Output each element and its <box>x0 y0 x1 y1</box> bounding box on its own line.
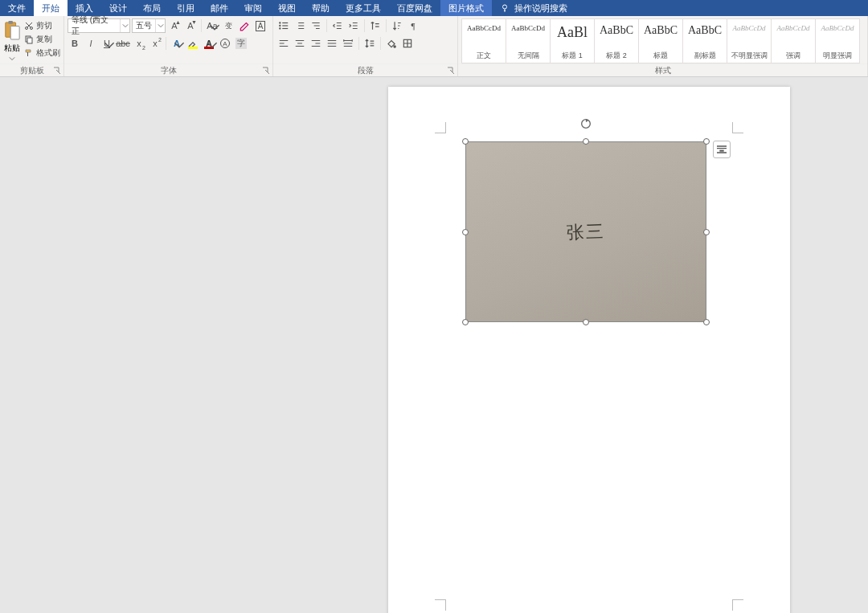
tab-baidu-netdisk[interactable]: 百度网盘 <box>389 0 440 16</box>
tab-picture-format[interactable]: 图片格式 <box>440 0 492 16</box>
style-item[interactable]: AaBl标题 1 <box>550 18 595 63</box>
number-list-icon <box>294 20 305 31</box>
align-center-icon <box>294 38 305 49</box>
shading-button[interactable] <box>384 36 399 51</box>
show-marks-button[interactable]: ¶ <box>406 18 420 33</box>
cut-button[interactable]: 剪切 <box>24 20 60 31</box>
phonetic-guide-button[interactable]: 变 <box>221 18 235 33</box>
resize-handle-tl[interactable] <box>462 138 469 145</box>
font-dialog-launcher[interactable] <box>262 67 270 75</box>
style-item[interactable]: AaBbCcDd正文 <box>461 18 506 63</box>
text-direction-icon <box>370 20 381 31</box>
tab-insert[interactable]: 插入 <box>68 0 101 16</box>
style-name: 强调 <box>786 51 800 61</box>
style-preview: AaBbCcDd <box>733 24 766 32</box>
style-name: 标题 <box>653 51 668 61</box>
inserted-image[interactable]: 张三 <box>465 141 706 322</box>
resize-handle-bm[interactable] <box>583 319 589 325</box>
bold-button[interactable]: B <box>68 36 82 51</box>
style-item[interactable]: AaBbCcDd不明显强调 <box>727 18 772 63</box>
tab-references[interactable]: 引用 <box>169 0 203 16</box>
bullets-button[interactable] <box>276 18 291 33</box>
bullet-list-icon <box>278 20 289 31</box>
align-right-button[interactable] <box>309 36 323 51</box>
font-size-combo[interactable]: 五号 <box>132 18 166 33</box>
decrease-indent-button[interactable] <box>330 18 345 33</box>
chevron-down-icon <box>207 39 218 51</box>
change-case-button[interactable]: Aa <box>205 18 219 33</box>
tab-design[interactable]: 设计 <box>101 0 135 16</box>
clear-formatting-button[interactable] <box>237 18 252 33</box>
tell-me-search[interactable]: 操作说明搜索 <box>492 0 575 16</box>
style-item[interactable]: AaBbCcDd明显强调 <box>815 18 860 63</box>
resize-handle-tr[interactable] <box>703 138 710 145</box>
chevron-down-icon <box>9 55 15 62</box>
multilevel-list-button[interactable] <box>309 18 323 33</box>
style-item[interactable]: AaBbC副标题 <box>682 18 727 63</box>
format-painter-button[interactable]: 格式刷 <box>24 47 60 59</box>
tab-home[interactable]: 开始 <box>34 0 68 16</box>
document-canvas[interactable]: 张三 <box>0 77 868 613</box>
justify-button[interactable] <box>325 36 339 51</box>
group-styles: AaBbCcDd正文AaBbCcDd无间隔AaBl标题 1AaBbC标题 2Aa… <box>458 16 868 76</box>
style-item[interactable]: AaBbC标题 2 <box>594 18 639 63</box>
increase-indent-button[interactable] <box>346 18 361 33</box>
line-spacing-button[interactable] <box>362 36 377 51</box>
superscript-button[interactable]: x2 <box>148 36 162 51</box>
shrink-font-button[interactable]: A▼ <box>183 18 198 33</box>
font-name-value: 等线 (西文正 <box>68 14 120 37</box>
style-item[interactable]: AaBbC标题 <box>638 18 683 63</box>
resize-handle-tm[interactable] <box>583 138 589 145</box>
svg-point-9 <box>280 25 280 26</box>
character-border-button[interactable]: A <box>253 18 268 33</box>
strikethrough-button[interactable]: abc <box>116 36 130 51</box>
font-color-button[interactable]: A <box>202 36 216 51</box>
paragraph-dialog-launcher[interactable] <box>447 67 455 75</box>
format-painter-label: 格式刷 <box>36 47 60 59</box>
clipboard-dialog-launcher[interactable] <box>53 67 61 75</box>
distributed-icon <box>342 38 354 49</box>
text-direction-button[interactable] <box>368 18 383 33</box>
character-shading-button[interactable]: 字 <box>234 36 248 51</box>
style-item[interactable]: AaBbCcDd强调 <box>771 18 816 63</box>
italic-button[interactable]: I <box>84 36 98 51</box>
sort-icon <box>391 20 403 31</box>
layout-options-button[interactable] <box>713 141 731 158</box>
tab-help[interactable]: 帮助 <box>304 0 338 16</box>
layout-options-icon <box>715 143 728 156</box>
chevron-down-icon <box>158 22 164 29</box>
resize-handle-bl[interactable] <box>462 319 469 325</box>
tab-view[interactable]: 视图 <box>270 0 304 16</box>
copy-icon <box>24 35 34 44</box>
copy-button[interactable]: 复制 <box>24 34 60 45</box>
tab-layout[interactable]: 布局 <box>135 0 169 16</box>
tab-review[interactable]: 审阅 <box>236 0 270 16</box>
align-left-button[interactable] <box>276 36 291 51</box>
group-paragraph-label: 段落 <box>358 65 374 76</box>
font-name-combo[interactable]: 等线 (西文正 <box>68 18 130 33</box>
chevron-down-icon <box>122 22 129 29</box>
image-content[interactable]: 张三 <box>465 141 706 322</box>
distributed-button[interactable] <box>341 36 355 51</box>
borders-icon <box>402 38 413 49</box>
grow-font-button[interactable]: A▲ <box>167 18 182 33</box>
numbering-button[interactable] <box>293 18 307 33</box>
borders-button[interactable] <box>400 36 415 51</box>
tab-more-tools[interactable]: 更多工具 <box>338 0 389 16</box>
sort-button[interactable] <box>390 18 404 33</box>
paste-button[interactable]: 粘贴 <box>3 18 21 62</box>
style-name: 标题 2 <box>606 51 627 61</box>
resize-handle-br[interactable] <box>703 319 710 325</box>
align-center-button[interactable] <box>293 36 307 51</box>
enclose-characters-button[interactable]: A <box>218 36 232 51</box>
style-item[interactable]: AaBbCcDd无间隔 <box>506 18 551 63</box>
tab-mailings[interactable]: 邮件 <box>203 0 236 16</box>
highlight-button[interactable] <box>186 36 200 51</box>
underline-button[interactable]: U <box>100 36 114 51</box>
text-effects-button[interactable]: A <box>170 36 184 51</box>
rotate-handle[interactable] <box>579 117 592 130</box>
resize-handle-ml[interactable] <box>462 229 469 235</box>
tab-file[interactable]: 文件 <box>0 0 34 16</box>
resize-handle-mr[interactable] <box>703 229 710 235</box>
subscript-button[interactable]: x2 <box>132 36 146 51</box>
